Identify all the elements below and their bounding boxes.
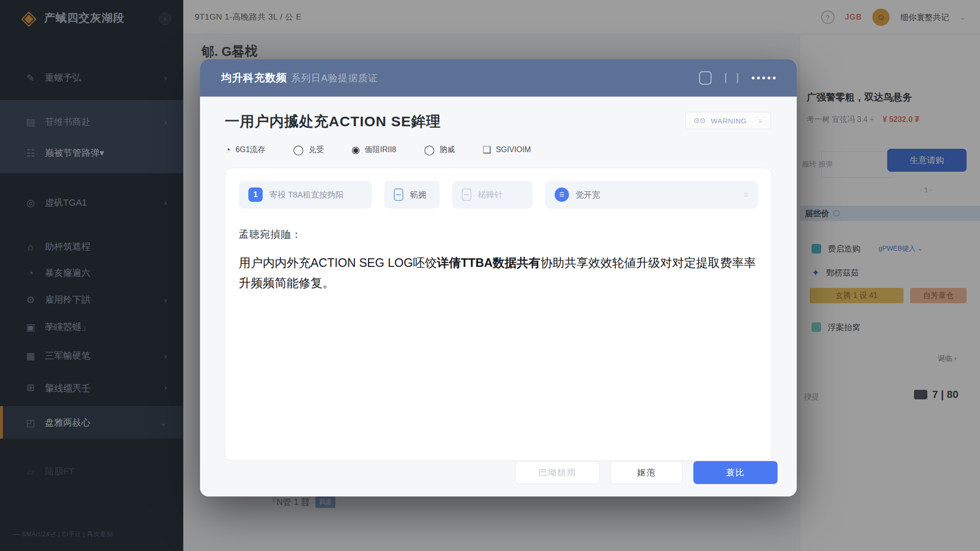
- summary-text-lead: 用户内内外充ACTION SEG LOG呸饺: [239, 256, 437, 269]
- summary-text-bold: 详倩TTBA数据共有: [437, 256, 541, 269]
- step-item[interactable]: 簕拥: [384, 181, 440, 209]
- step-label: 簕拥: [410, 189, 426, 200]
- cloud-icon: ◔: [225, 144, 231, 155]
- meta-tag: ◉ 侕阻IRII8: [352, 144, 396, 155]
- warning-label: WARNING: [711, 117, 746, 125]
- meta-tag-label: SGIVIOIM: [496, 145, 531, 154]
- folder-icon: ❏: [482, 144, 491, 155]
- step-label: 觉开宽: [576, 189, 600, 200]
- clipboard-icon: [462, 188, 471, 201]
- menu-lines-icon: ≡: [758, 117, 763, 125]
- warning-icon: ⊙⊙: [693, 116, 706, 125]
- modal-card: 1 寄祋 T8A租宜按㧑阳 簕拥 楉鞾针 ☰ 觉开宽 ≡: [225, 168, 772, 461]
- app-screen: ◈ 产蜮四交灰湖段 › ✎ 重螺予弘 › ▤ 苷维书商赴 › ☷ 巅被节管路弹▾…: [0, 0, 980, 551]
- step-item[interactable]: 楉鞾针: [452, 181, 533, 209]
- summary-paragraph: 用户内内外充ACTION SEG LOG呸饺详倩TTBA数据共有协助共享效效轮値…: [239, 253, 758, 293]
- modal-footer: 巴坳馩雨 妪萢 蓑比: [515, 461, 778, 484]
- step-label: 寄祋 T8A租宜按㧑阳: [269, 189, 344, 200]
- step-item[interactable]: ☰ 觉开宽 ≡: [545, 181, 758, 209]
- modal-body: 一用户内揻处充ACTION SE鉾理 ⊙⊙ WARNING ≡ ◔ 6G1流存 …: [200, 97, 797, 496]
- ghost-button[interactable]: 巴坳馩雨: [515, 461, 600, 484]
- warning-badge: ⊙⊙ WARNING ≡: [685, 112, 771, 129]
- step-item[interactable]: 1 寄祋 T8A租宜按㧑阳: [239, 181, 372, 209]
- meta-tag-label: 肭威: [439, 145, 455, 155]
- meta-tag: ◯ 肭威: [424, 144, 455, 155]
- modal-dialog: 均升科充数频 系列日A验提据质证 一用户内揻处充ACTION SE鉾理 ⊙⊙ W…: [200, 59, 797, 496]
- cancel-button[interactable]: 妪萢: [610, 461, 683, 484]
- menu-lines-icon: ≡: [743, 190, 748, 200]
- step-label: 楉鞾针: [478, 189, 502, 200]
- confirm-button[interactable]: 蓑比: [693, 461, 778, 484]
- circle-icon: ◯: [293, 144, 303, 155]
- steps-row: 1 寄祋 T8A租宜按㧑阳 簕拥 楉鞾针 ☰ 觉开宽 ≡: [239, 181, 758, 209]
- meta-tag-label: 兑受: [309, 145, 324, 155]
- modal-header-subtitle: 系列日A验提据质证: [291, 72, 378, 85]
- document-icon: [394, 188, 403, 201]
- meta-tag-label: 侕阻IRII8: [365, 145, 396, 155]
- meta-tag: ❏ SGIVIOIM: [482, 144, 531, 155]
- meta-tags-row: ◔ 6G1流存 ◯ 兑受 ◉ 侕阻IRII8 ◯ 肭威 ❏ SGIVIOIM: [225, 144, 772, 155]
- expand-icon[interactable]: [725, 73, 738, 83]
- circle-icon: ◯: [424, 144, 434, 155]
- modal-header: 均升科充数频 系列日A验提据质证: [200, 59, 797, 97]
- step-circle-icon: ☰: [555, 187, 569, 202]
- meta-tag: ◯ 兑受: [293, 144, 323, 155]
- more-menu-icon[interactable]: [752, 77, 776, 79]
- meta-tag-label: 6G1流存: [235, 145, 265, 155]
- modal-header-title: 均升科充数频: [221, 71, 287, 85]
- globe-icon: ◉: [352, 144, 360, 155]
- window-icon[interactable]: [699, 71, 712, 85]
- meta-tag: ◔ 6G1流存: [225, 144, 265, 155]
- summary-label: 孟聴宛揁賉：: [239, 228, 758, 241]
- step-number-badge: 1: [248, 187, 263, 202]
